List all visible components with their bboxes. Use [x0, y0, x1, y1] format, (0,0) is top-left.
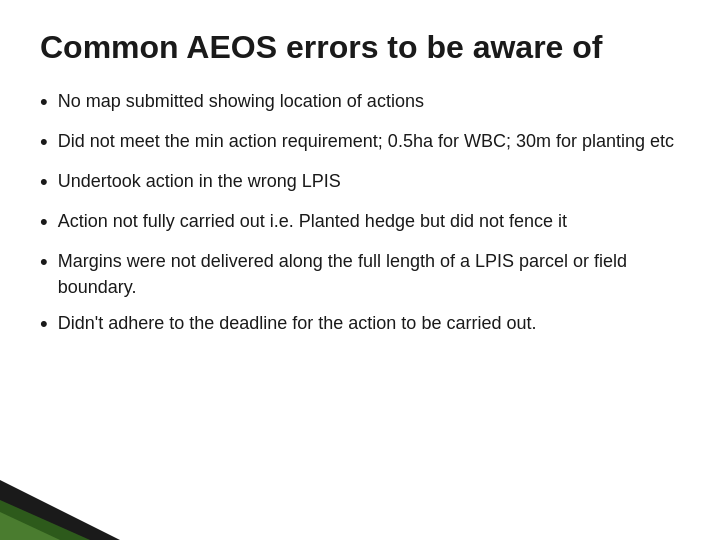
bullet-text-1: No map submitted showing location of act… [58, 88, 680, 114]
bullet-dot: • [40, 308, 48, 340]
bullet-text-6: Didn't adhere to the deadline for the ac… [58, 310, 680, 336]
corner-decoration [0, 460, 180, 540]
bullet-dot: • [40, 166, 48, 198]
list-item: • Undertook action in the wrong LPIS [40, 168, 680, 198]
bullet-dot: • [40, 126, 48, 158]
list-item: • Didn't adhere to the deadline for the … [40, 310, 680, 340]
bullet-dot: • [40, 86, 48, 118]
slide-container: Common AEOS errors to be aware of • No m… [0, 0, 720, 540]
bullet-dot: • [40, 206, 48, 238]
list-item: • Action not fully carried out i.e. Plan… [40, 208, 680, 238]
bullet-text-4: Action not fully carried out i.e. Plante… [58, 208, 680, 234]
bullet-text-2: Did not meet the min action requirement;… [58, 128, 680, 154]
bullet-list: • No map submitted showing location of a… [40, 88, 680, 340]
list-item: • Margins were not delivered along the f… [40, 248, 680, 300]
slide-title: Common AEOS errors to be aware of [40, 28, 680, 66]
list-item: • Did not meet the min action requiremen… [40, 128, 680, 158]
bullet-dot: • [40, 246, 48, 278]
bullet-text-5: Margins were not delivered along the ful… [58, 248, 680, 300]
bullet-text-3: Undertook action in the wrong LPIS [58, 168, 680, 194]
list-item: • No map submitted showing location of a… [40, 88, 680, 118]
